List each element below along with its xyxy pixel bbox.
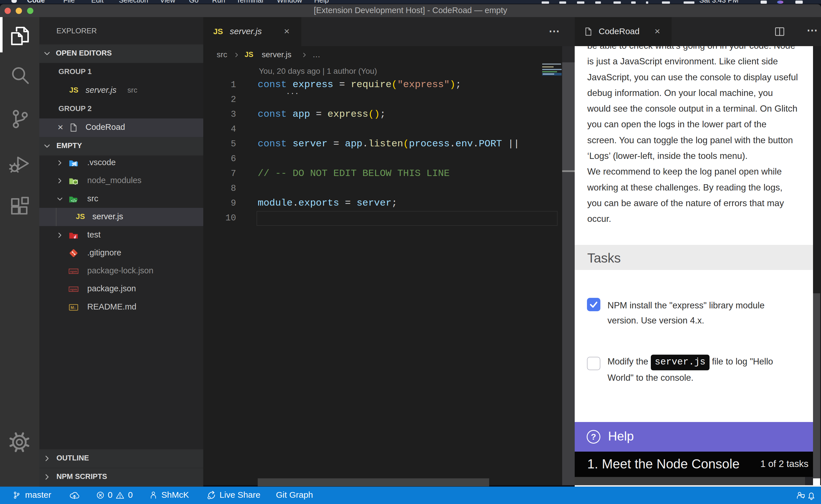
svg-text:M↓: M↓ — [71, 305, 76, 310]
svg-text:npm: npm — [70, 269, 77, 273]
svg-text:</>: </> — [71, 198, 77, 203]
svg-text:npm: npm — [70, 287, 77, 291]
svg-text:JS: JS — [74, 181, 77, 184]
